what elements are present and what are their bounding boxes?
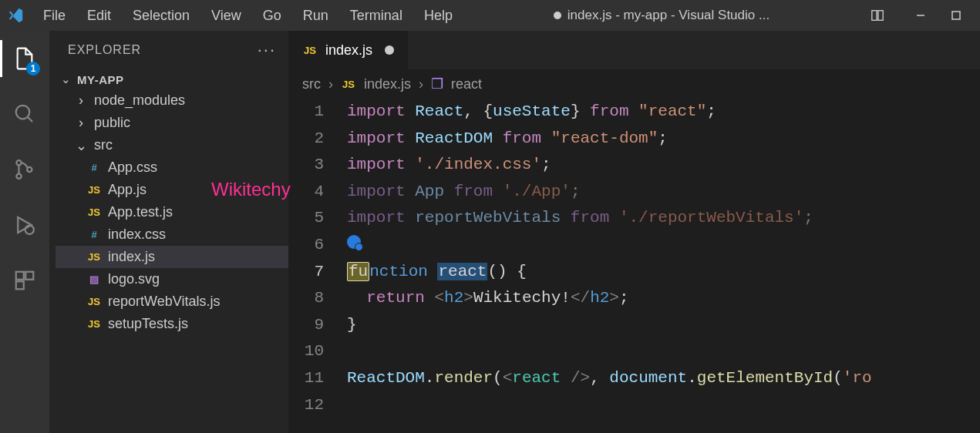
tree-label: node_modules bbox=[94, 92, 185, 109]
window-controls bbox=[903, 0, 974, 31]
tree-file[interactable]: JSsetupTests.js bbox=[56, 313, 288, 335]
chevron-right-icon: › bbox=[74, 94, 88, 108]
chevron-down-icon: ⌄ bbox=[74, 139, 88, 153]
menu-file[interactable]: File bbox=[32, 3, 76, 29]
breadcrumbs[interactable]: src › JS index.js › ❒ react bbox=[288, 69, 980, 99]
activity-search[interactable] bbox=[6, 96, 43, 133]
tree-folder-src[interactable]: ⌄src bbox=[56, 134, 288, 156]
line-gutter: 123456789101112 bbox=[288, 99, 338, 418]
js-file-icon: JS bbox=[86, 296, 102, 307]
tree-folder-node_modules[interactable]: ›node_modules bbox=[56, 89, 288, 112]
css-file-icon: # bbox=[86, 162, 102, 173]
panel-layout-button[interactable] bbox=[860, 0, 895, 31]
menu-help[interactable]: Help bbox=[413, 3, 463, 29]
sidebar-title: EXPLORER bbox=[68, 43, 141, 57]
cursor-position: fu bbox=[347, 262, 369, 281]
maximize-button[interactable] bbox=[938, 0, 974, 31]
tree-label: App.css bbox=[108, 159, 157, 176]
code-lines[interactable]: import React, {useState} from "react"; i… bbox=[338, 99, 980, 418]
editor-area: JS index.js src › JS index.js › ❒ react … bbox=[288, 31, 980, 433]
menu-selection[interactable]: Selection bbox=[122, 3, 200, 29]
js-file-icon: JS bbox=[86, 206, 102, 218]
tree-file[interactable]: JSreportWebVitals.js bbox=[56, 290, 288, 313]
menu-run[interactable]: Run bbox=[292, 3, 339, 29]
tree-label: logo.svg bbox=[108, 271, 160, 287]
tab-bar: JS index.js bbox=[288, 31, 980, 69]
svg-point-4 bbox=[16, 106, 30, 119]
tree-label: src bbox=[94, 137, 113, 153]
tree-file[interactable]: #App.css bbox=[56, 156, 288, 179]
symbol-icon: ❒ bbox=[431, 76, 443, 92]
chevron-down-icon: ⌄ bbox=[59, 72, 72, 86]
svg-rect-0 bbox=[872, 11, 877, 21]
window-title-text: index.js - my-app - Visual Studio ... bbox=[567, 8, 770, 23]
activity-debug[interactable] bbox=[6, 206, 43, 243]
tree-label: reportWebVitals.js bbox=[108, 294, 220, 310]
menu-edit[interactable]: Edit bbox=[76, 3, 122, 29]
chevron-right-icon: › bbox=[328, 76, 333, 92]
js-file-icon: JS bbox=[86, 251, 102, 263]
menu-view[interactable]: View bbox=[200, 3, 252, 29]
menu-bar: File Edit Selection View Go Run Terminal… bbox=[32, 3, 463, 29]
explorer-badge: 1 bbox=[26, 62, 40, 76]
minimize-button[interactable] bbox=[903, 0, 938, 31]
chevron-right-icon: › bbox=[74, 116, 88, 130]
tree-label: App.test.js bbox=[108, 204, 173, 220]
js-file-icon: JS bbox=[302, 45, 318, 56]
code-editor[interactable]: 123456789101112 import React, {useState}… bbox=[288, 99, 980, 418]
watermark-text: Wikitechy bbox=[211, 179, 291, 200]
tree-file[interactable]: ▨logo.svg bbox=[56, 268, 288, 290]
svg-rect-1 bbox=[878, 11, 883, 21]
tab-index-js[interactable]: JS index.js bbox=[288, 31, 408, 69]
activity-bar: 1 bbox=[0, 31, 49, 433]
tab-label: index.js bbox=[325, 42, 372, 59]
svg-point-7 bbox=[16, 174, 21, 179]
breadcrumb-symbol[interactable]: react bbox=[451, 76, 482, 92]
tree-file[interactable]: JSApp.test.js bbox=[56, 201, 288, 223]
sidebar-more-button[interactable]: ··· bbox=[258, 40, 276, 60]
lightbulb-icon[interactable] bbox=[347, 235, 361, 249]
title-bar: File Edit Selection View Go Run Terminal… bbox=[0, 0, 980, 31]
tab-dirty-icon bbox=[385, 45, 394, 55]
js-file-icon: JS bbox=[341, 79, 356, 90]
tree-file[interactable]: #index.css bbox=[56, 223, 288, 246]
activity-extensions[interactable] bbox=[6, 262, 43, 299]
svg-point-6 bbox=[16, 160, 21, 165]
breadcrumb-file[interactable]: index.js bbox=[364, 76, 411, 92]
tree-label: index.css bbox=[108, 227, 166, 243]
js-file-icon: JS bbox=[86, 318, 102, 330]
sidebar: EXPLORER ··· ⌄ MY-APP ›node_modules ›pub… bbox=[49, 31, 288, 433]
window-title: index.js - my-app - Visual Studio ... bbox=[471, 8, 852, 23]
svg-rect-3 bbox=[952, 12, 960, 19]
activity-explorer[interactable]: 1 bbox=[6, 40, 43, 77]
svg-rect-11 bbox=[16, 272, 24, 280]
svg-line-5 bbox=[28, 117, 32, 122]
tree-file-active[interactable]: JSindex.js bbox=[56, 246, 288, 268]
folder-root[interactable]: ⌄ MY-APP bbox=[49, 69, 288, 89]
menu-terminal[interactable]: Terminal bbox=[339, 3, 413, 29]
svg-rect-13 bbox=[16, 281, 24, 289]
dirty-indicator-icon bbox=[554, 12, 561, 19]
svg-file-icon: ▨ bbox=[86, 274, 102, 285]
svg-rect-12 bbox=[25, 272, 33, 280]
breadcrumb-folder[interactable]: src bbox=[302, 76, 321, 92]
js-file-icon: JS bbox=[86, 184, 102, 196]
tree-label: index.js bbox=[108, 249, 155, 265]
file-tree: ›node_modules ›public ⌄src #App.css JSAp… bbox=[49, 89, 288, 335]
tree-label: App.js bbox=[108, 182, 146, 198]
tree-folder-public[interactable]: ›public bbox=[56, 112, 288, 134]
sidebar-header: EXPLORER ··· bbox=[49, 31, 288, 69]
svg-point-8 bbox=[27, 167, 32, 172]
tree-label: setupTests.js bbox=[108, 316, 188, 332]
chevron-right-icon: › bbox=[419, 76, 423, 92]
tree-label: public bbox=[94, 115, 130, 131]
folder-root-label: MY-APP bbox=[77, 73, 124, 86]
css-file-icon: # bbox=[86, 229, 102, 240]
activity-source-control[interactable] bbox=[6, 151, 43, 188]
menu-go[interactable]: Go bbox=[252, 3, 292, 29]
vscode-logo-icon bbox=[6, 6, 25, 25]
